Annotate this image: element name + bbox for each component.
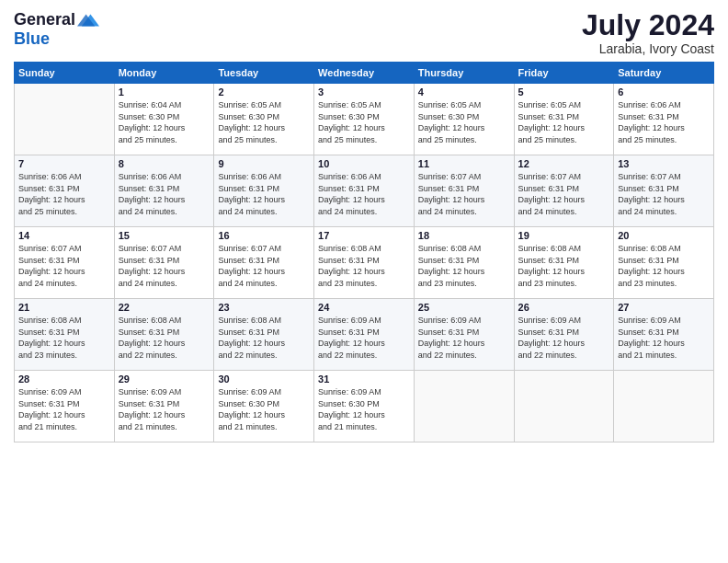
day-number: 18 xyxy=(418,230,510,241)
day-number: 22 xyxy=(119,302,210,313)
day-number: 28 xyxy=(18,373,110,385)
day-number: 7 xyxy=(18,158,110,169)
calendar-header-row: SundayMondayTuesdayWednesdayThursdayFrid… xyxy=(15,63,714,84)
logo-blue: Blue xyxy=(14,29,99,49)
calendar-cell: 15Sunrise: 6:07 AMSunset: 6:31 PMDayligh… xyxy=(114,227,214,299)
day-info: Sunrise: 6:09 AMSunset: 6:31 PMDaylight:… xyxy=(518,315,610,361)
calendar-cell: 20Sunrise: 6:08 AMSunset: 6:31 PMDayligh… xyxy=(614,227,714,299)
calendar-cell: 13Sunrise: 6:07 AMSunset: 6:31 PMDayligh… xyxy=(614,155,714,227)
week-row-1: 1Sunrise: 6:04 AMSunset: 6:30 PMDaylight… xyxy=(15,84,714,155)
day-info: Sunrise: 6:05 AMSunset: 6:31 PMDaylight:… xyxy=(518,99,610,145)
calendar-cell xyxy=(15,84,115,155)
day-info: Sunrise: 6:07 AMSunset: 6:31 PMDaylight:… xyxy=(518,171,610,217)
day-number: 2 xyxy=(218,86,310,98)
day-number: 15 xyxy=(119,230,210,241)
day-number: 11 xyxy=(418,158,510,169)
week-row-2: 7Sunrise: 6:06 AMSunset: 6:31 PMDaylight… xyxy=(15,155,714,227)
calendar-cell: 29Sunrise: 6:09 AMSunset: 6:31 PMDayligh… xyxy=(114,371,214,442)
day-number: 17 xyxy=(318,230,410,241)
day-info: Sunrise: 6:05 AMSunset: 6:30 PMDaylight:… xyxy=(418,99,510,145)
day-number: 9 xyxy=(218,158,310,169)
col-header-monday: Monday xyxy=(114,63,214,84)
day-info: Sunrise: 6:06 AMSunset: 6:31 PMDaylight:… xyxy=(318,171,410,217)
calendar-cell: 26Sunrise: 6:09 AMSunset: 6:31 PMDayligh… xyxy=(514,299,614,371)
day-number: 14 xyxy=(18,230,110,241)
calendar-cell: 31Sunrise: 6:09 AMSunset: 6:30 PMDayligh… xyxy=(314,371,415,442)
day-number: 23 xyxy=(218,302,310,313)
calendar-cell: 8Sunrise: 6:06 AMSunset: 6:31 PMDaylight… xyxy=(114,155,214,227)
day-number: 27 xyxy=(618,302,710,313)
day-number: 5 xyxy=(518,86,610,98)
calendar-cell xyxy=(614,371,714,442)
col-header-sunday: Sunday xyxy=(15,63,115,84)
logo-text: General xyxy=(14,10,75,30)
day-info: Sunrise: 6:09 AMSunset: 6:30 PMDaylight:… xyxy=(218,386,310,432)
location: Larabia, Ivory Coast xyxy=(582,41,714,56)
day-info: Sunrise: 6:06 AMSunset: 6:31 PMDaylight:… xyxy=(119,171,210,217)
calendar-cell: 18Sunrise: 6:08 AMSunset: 6:31 PMDayligh… xyxy=(414,227,514,299)
header: General Blue July 2024 Larabia, Ivory Co… xyxy=(14,9,714,56)
calendar-cell: 10Sunrise: 6:06 AMSunset: 6:31 PMDayligh… xyxy=(314,155,415,227)
calendar-cell: 19Sunrise: 6:08 AMSunset: 6:31 PMDayligh… xyxy=(514,227,614,299)
day-info: Sunrise: 6:07 AMSunset: 6:31 PMDaylight:… xyxy=(418,171,510,217)
day-info: Sunrise: 6:07 AMSunset: 6:31 PMDaylight:… xyxy=(119,243,210,289)
day-info: Sunrise: 6:09 AMSunset: 6:31 PMDaylight:… xyxy=(618,315,710,361)
month-title: July 2024 xyxy=(582,9,714,41)
day-info: Sunrise: 6:09 AMSunset: 6:31 PMDaylight:… xyxy=(318,315,410,361)
day-number: 1 xyxy=(119,86,210,98)
day-info: Sunrise: 6:06 AMSunset: 6:31 PMDaylight:… xyxy=(18,171,110,217)
week-row-4: 21Sunrise: 6:08 AMSunset: 6:31 PMDayligh… xyxy=(15,299,714,371)
day-number: 29 xyxy=(119,373,210,385)
title-block: July 2024 Larabia, Ivory Coast xyxy=(582,9,714,56)
day-info: Sunrise: 6:06 AMSunset: 6:31 PMDaylight:… xyxy=(618,99,710,145)
day-number: 3 xyxy=(318,86,410,98)
day-info: Sunrise: 6:06 AMSunset: 6:31 PMDaylight:… xyxy=(218,171,310,217)
day-number: 31 xyxy=(318,373,410,385)
col-header-tuesday: Tuesday xyxy=(214,63,314,84)
calendar-cell: 2Sunrise: 6:05 AMSunset: 6:30 PMDaylight… xyxy=(214,84,314,155)
day-info: Sunrise: 6:07 AMSunset: 6:31 PMDaylight:… xyxy=(618,171,710,217)
calendar-cell: 25Sunrise: 6:09 AMSunset: 6:31 PMDayligh… xyxy=(414,299,514,371)
calendar-cell: 30Sunrise: 6:09 AMSunset: 6:30 PMDayligh… xyxy=(214,371,314,442)
calendar-cell: 27Sunrise: 6:09 AMSunset: 6:31 PMDayligh… xyxy=(614,299,714,371)
day-info: Sunrise: 6:09 AMSunset: 6:31 PMDaylight:… xyxy=(418,315,510,361)
day-info: Sunrise: 6:05 AMSunset: 6:30 PMDaylight:… xyxy=(218,99,310,145)
day-info: Sunrise: 6:08 AMSunset: 6:31 PMDaylight:… xyxy=(218,315,310,361)
day-number: 8 xyxy=(119,158,210,169)
day-number: 16 xyxy=(218,230,310,241)
col-header-saturday: Saturday xyxy=(614,63,714,84)
calendar-cell xyxy=(414,371,514,442)
day-number: 26 xyxy=(518,302,610,313)
calendar-cell: 6Sunrise: 6:06 AMSunset: 6:31 PMDaylight… xyxy=(614,84,714,155)
day-info: Sunrise: 6:08 AMSunset: 6:31 PMDaylight:… xyxy=(18,315,110,361)
calendar: SundayMondayTuesdayWednesdayThursdayFrid… xyxy=(14,62,714,442)
page: General Blue July 2024 Larabia, Ivory Co… xyxy=(0,0,728,563)
day-info: Sunrise: 6:09 AMSunset: 6:31 PMDaylight:… xyxy=(18,386,110,432)
calendar-cell: 17Sunrise: 6:08 AMSunset: 6:31 PMDayligh… xyxy=(314,227,415,299)
logo: General Blue xyxy=(14,9,99,49)
calendar-cell: 7Sunrise: 6:06 AMSunset: 6:31 PMDaylight… xyxy=(15,155,115,227)
day-info: Sunrise: 6:08 AMSunset: 6:31 PMDaylight:… xyxy=(318,243,410,289)
day-info: Sunrise: 6:05 AMSunset: 6:30 PMDaylight:… xyxy=(318,99,410,145)
day-number: 21 xyxy=(18,302,110,313)
col-header-wednesday: Wednesday xyxy=(314,63,415,84)
day-info: Sunrise: 6:08 AMSunset: 6:31 PMDaylight:… xyxy=(418,243,510,289)
day-info: Sunrise: 6:09 AMSunset: 6:30 PMDaylight:… xyxy=(318,386,410,432)
day-number: 4 xyxy=(418,86,510,98)
day-info: Sunrise: 6:04 AMSunset: 6:30 PMDaylight:… xyxy=(119,99,210,145)
calendar-cell: 4Sunrise: 6:05 AMSunset: 6:30 PMDaylight… xyxy=(414,84,514,155)
calendar-cell: 5Sunrise: 6:05 AMSunset: 6:31 PMDaylight… xyxy=(514,84,614,155)
week-row-5: 28Sunrise: 6:09 AMSunset: 6:31 PMDayligh… xyxy=(15,371,714,442)
day-number: 13 xyxy=(618,158,710,169)
logo-icon xyxy=(77,9,99,31)
calendar-cell: 28Sunrise: 6:09 AMSunset: 6:31 PMDayligh… xyxy=(15,371,115,442)
day-number: 19 xyxy=(518,230,610,241)
week-row-3: 14Sunrise: 6:07 AMSunset: 6:31 PMDayligh… xyxy=(15,227,714,299)
calendar-cell: 21Sunrise: 6:08 AMSunset: 6:31 PMDayligh… xyxy=(15,299,115,371)
day-info: Sunrise: 6:08 AMSunset: 6:31 PMDaylight:… xyxy=(119,315,210,361)
col-header-friday: Friday xyxy=(514,63,614,84)
day-info: Sunrise: 6:07 AMSunset: 6:31 PMDaylight:… xyxy=(18,243,110,289)
calendar-cell: 12Sunrise: 6:07 AMSunset: 6:31 PMDayligh… xyxy=(514,155,614,227)
day-number: 20 xyxy=(618,230,710,241)
calendar-cell: 16Sunrise: 6:07 AMSunset: 6:31 PMDayligh… xyxy=(214,227,314,299)
